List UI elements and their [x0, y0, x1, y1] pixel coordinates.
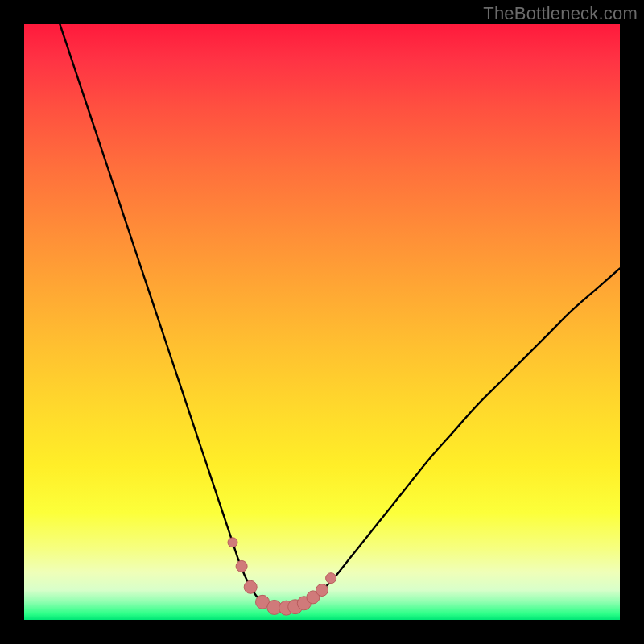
marker-point — [316, 584, 328, 597]
watermark-text: TheBottleneck.com — [483, 3, 638, 24]
bottleneck-curve — [60, 24, 620, 608]
marker-point — [228, 538, 237, 547]
marker-point — [326, 573, 336, 584]
marker-point — [244, 580, 257, 593]
chart-stage: TheBottleneck.com — [0, 0, 644, 644]
marker-point — [236, 560, 247, 572]
gradient-plot-area — [24, 24, 620, 620]
curve-svg — [24, 24, 620, 620]
